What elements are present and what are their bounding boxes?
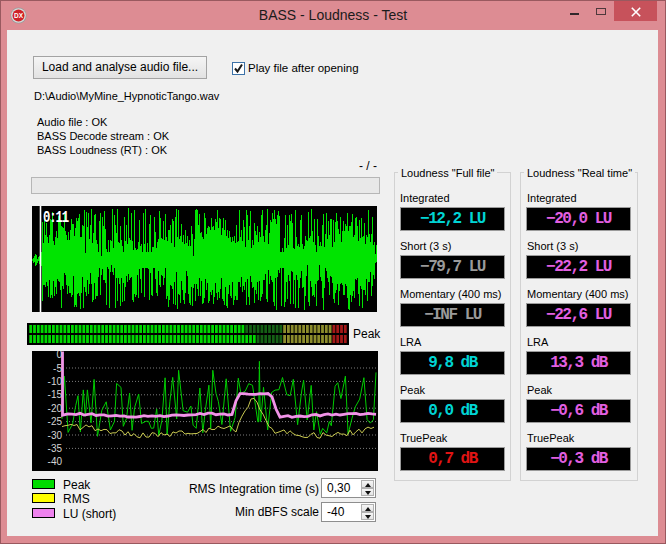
svg-text:-15: -15 [48,389,63,400]
svg-text:-20: -20 [48,403,63,414]
svg-text:0: 0 [56,351,62,360]
svg-text:DX: DX [14,12,24,19]
svg-text:-30: -30 [48,430,63,441]
svg-text:-35: -35 [48,443,63,454]
svg-text:-25: -25 [48,416,63,427]
svg-text:-10: -10 [48,376,63,387]
svg-text:-5: -5 [53,363,62,374]
svg-text:-40: -40 [48,456,63,467]
